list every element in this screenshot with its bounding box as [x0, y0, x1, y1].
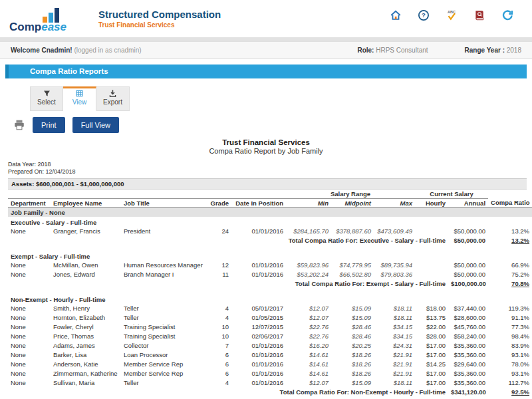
- tab-select-label: Select: [31, 98, 63, 106]
- section-total-ratio: 92.5%: [488, 387, 532, 396]
- full-view-button[interactable]: Full View: [72, 117, 119, 133]
- table-row: NoneMcMillan, OwenHuman Resources Manage…: [8, 260, 532, 269]
- table-row: NoneSmith, HenryTeller405/01/2017$12.07$…: [8, 303, 532, 313]
- col-employee-name: Employee Name: [51, 198, 121, 207]
- print-button[interactable]: Print: [33, 117, 65, 133]
- table-row: NoneAnderson, KatieMember Service Rep601…: [8, 359, 532, 368]
- section-total-ratio: 70.8%: [488, 279, 532, 288]
- tab-view[interactable]: View: [63, 86, 96, 111]
- data-year: Data Year: 2018: [8, 161, 532, 168]
- logo-text: Compease: [9, 23, 66, 32]
- section-total-annual: $100,000.00: [448, 279, 488, 288]
- tab-export[interactable]: Export: [96, 86, 130, 111]
- printer-icon[interactable]: [13, 119, 25, 131]
- job-family-group-row: Job Family - None: [8, 207, 532, 217]
- table-row: NoneAdams, JamesCollector701/01/2016$16.…: [8, 340, 532, 350]
- prepared-on: Prepared On: 12/04/2018: [8, 168, 532, 176]
- spacer-row: [8, 288, 532, 294]
- download-icon: [96, 89, 129, 98]
- section-total-annual: $50,000.00: [448, 235, 488, 245]
- col-annual: Annual: [448, 198, 488, 207]
- assets-range: Assets: $600,000,001 - $1,000,000,000: [8, 178, 527, 190]
- col-hourly: Hourly: [415, 198, 448, 207]
- audit-book-icon[interactable]: [473, 9, 485, 21]
- help-icon[interactable]: ?: [418, 9, 430, 21]
- tab-bar: Select View Export: [30, 86, 532, 111]
- table-row: NoneGranger, FrancisPresident2401/01/201…: [8, 226, 532, 235]
- col-grade: Grade: [207, 198, 231, 207]
- section-name: Exempt - Salary - Full-time: [8, 251, 532, 260]
- job-family-group-label: Job Family - None: [8, 207, 532, 217]
- section-total-label: Total Compa Ratio For: Executive - Salar…: [8, 235, 448, 245]
- section-header-row: Executive - Salary - Full-time: [8, 217, 532, 226]
- filter-icon: [31, 89, 63, 98]
- section-total-row: Total Compa Ratio For: Exempt - Salary -…: [8, 279, 532, 288]
- welcome-bar: Welcome Cnadmin! (logged in as cnadmin) …: [0, 41, 532, 59]
- welcome-message: Welcome Cnadmin! (logged in as cnadmin): [11, 47, 142, 54]
- section-total-row: Total Compa Ratio For: Non-Exempt - Hour…: [8, 387, 532, 396]
- page-title: Compa Ratio Reports: [5, 65, 527, 78]
- report-toolbar: Print Full View: [13, 117, 532, 133]
- table-row: NoneSullivan, MariaTeller401/01/2016$12.…: [8, 378, 532, 387]
- compa-ratio-table: Salary Range Current Salary Department E…: [8, 190, 532, 399]
- salary-range-group-header: Salary Range: [286, 190, 415, 198]
- col-date-in-position: Date In Position: [231, 198, 286, 207]
- compease-logo: Compease: [0, 5, 66, 32]
- spacer-row: [8, 396, 532, 399]
- home-icon[interactable]: [390, 9, 402, 21]
- column-group-row: Salary Range Current Salary: [8, 190, 532, 198]
- svg-text:?: ?: [422, 11, 426, 19]
- section-total-annual: $341,120.00: [448, 387, 488, 396]
- table-row: NonePrice, ThomasTraining Specialist1002…: [8, 331, 532, 340]
- col-job-title: Job Title: [121, 198, 207, 207]
- table-row: NoneJones, EdwardBranch Manager I1101/01…: [8, 269, 532, 279]
- section-name: Executive - Salary - Full-time: [8, 217, 532, 226]
- report-company-name: Trust Financial Services: [0, 138, 532, 146]
- table-icon: [63, 89, 96, 98]
- tab-select[interactable]: Select: [30, 86, 63, 111]
- section-total-label: Total Compa Ratio For: Exempt - Salary -…: [8, 279, 448, 288]
- section-total-label: Total Compa Ratio For: Non-Exempt - Hour…: [8, 387, 448, 396]
- table-row: NoneBarker, LisaLoan Processor601/01/201…: [8, 350, 532, 359]
- section-header-row: Exempt - Salary - Full-time: [8, 251, 532, 260]
- col-min: Min: [286, 198, 331, 207]
- range-year-info: Range Year : 2018: [465, 47, 521, 54]
- current-salary-group-header: Current Salary: [415, 190, 488, 198]
- spellcheck-icon[interactable]: ABC: [446, 9, 458, 21]
- spacer-row: [8, 245, 532, 251]
- col-department: Department: [8, 198, 51, 207]
- table-row: NoneZimmerman, KatherineMember Service R…: [8, 368, 532, 378]
- role-info: Role: HRPS Consultant: [357, 47, 428, 54]
- col-max: Max: [374, 198, 415, 207]
- report-title: Compa Ratio Report by Job Family: [0, 147, 532, 155]
- logout-icon[interactable]: [501, 9, 513, 21]
- app-title: Structured Compensation: [98, 9, 221, 20]
- tab-export-label: Export: [96, 98, 129, 106]
- col-compa-ratio: Compa Ratio: [488, 198, 532, 207]
- tab-view-label: View: [63, 98, 96, 106]
- table-row: NoneHornton, ElizabethTeller401/05/2015$…: [8, 313, 532, 322]
- report-table-body: Job Family - NoneExecutive - Salary - Fu…: [8, 207, 532, 399]
- app-subtitle: Trust Financial Services: [98, 21, 221, 29]
- col-midpoint: Midpoint: [331, 198, 374, 207]
- section-total-row: Total Compa Ratio For: Executive - Salar…: [8, 235, 532, 245]
- section-total-ratio: 13.2%: [488, 235, 532, 245]
- app-header: Compease Structured Compensation Trust F…: [0, 0, 532, 37]
- section-header-row: Non-Exempt - Hourly - Full-time: [8, 294, 532, 303]
- table-row: NoneFowler, CherylTraining Specialist101…: [8, 322, 532, 331]
- column-header-row: Department Employee Name Job Title Grade…: [8, 198, 532, 207]
- section-name: Non-Exempt - Hourly - Full-time: [8, 294, 532, 303]
